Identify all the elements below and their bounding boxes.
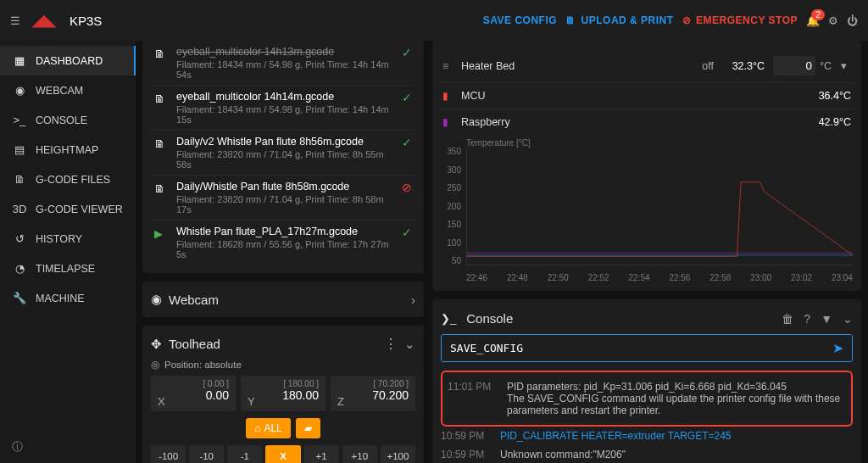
- file-icon: 🗎: [154, 92, 168, 105]
- nav-icon: ↺: [12, 232, 27, 245]
- file-icon: 🗎: [154, 182, 168, 195]
- files-panel: 🗎eyeball_multicolor 14h13m.gcodeFilament…: [142, 41, 424, 273]
- filter-icon[interactable]: ▼: [821, 312, 832, 326]
- file-status-icon: ⊘: [402, 181, 412, 194]
- move-button[interactable]: -100: [151, 445, 186, 463]
- temp-icon: ▮: [442, 90, 461, 102]
- console-icon: ❯_: [441, 312, 456, 325]
- file-row[interactable]: ▶Whistle Pan flute_PLA_17h27m.gcodeFilam…: [151, 220, 415, 265]
- temp-icon: ≡: [442, 60, 461, 72]
- nav-label: HISTORY: [36, 233, 82, 245]
- temp-row: ▮Raspberry42.9°C: [441, 109, 853, 135]
- file-meta: Filament: 23820 mm / 71.04 g, Print Time…: [176, 149, 393, 170]
- move-button[interactable]: +10: [342, 445, 377, 463]
- file-status-icon: ✓: [402, 136, 412, 149]
- file-row[interactable]: 🗎eyeball_multicolor 14h13m.gcodeFilament…: [151, 41, 415, 86]
- trash-icon[interactable]: 🗑: [782, 312, 793, 326]
- file-meta: Filament: 23820 mm / 71.04 g, Print Time…: [176, 194, 393, 215]
- temp-dropdown-icon[interactable]: ▾: [836, 59, 851, 72]
- nav-history[interactable]: ↺HISTORY: [0, 224, 136, 254]
- file-icon: ▶: [154, 227, 168, 240]
- send-button[interactable]: ➤: [824, 335, 852, 361]
- file-row[interactable]: 🗎Daily/Whistle Pan flute 8h58m.gcodeFila…: [151, 176, 415, 220]
- file-meta: Filament: 18628 mm / 55.56 g, Print Time…: [176, 239, 393, 259]
- nav-console[interactable]: >_CONSOLE: [0, 105, 136, 135]
- nav-webcam[interactable]: ◉WEBCAM: [0, 75, 136, 105]
- file-row[interactable]: 🗎Daily/v2 Whistle Pan flute 8h56m.gcodeF…: [151, 131, 415, 176]
- settings-icon[interactable]: ⚙: [828, 14, 838, 27]
- file-meta: Filament: 18434 mm / 54.98 g, Print Time…: [176, 104, 393, 125]
- webcam-title: Webcam: [169, 293, 219, 307]
- power-icon[interactable]: ⏻: [847, 14, 858, 27]
- nav-label: CONSOLE: [36, 114, 87, 126]
- nav-icon: ▤: [12, 143, 27, 156]
- nav-dashboard[interactable]: ▦DASHBOARD: [0, 46, 136, 75]
- notifications-button[interactable]: 🔔2: [806, 14, 820, 27]
- file-status-icon: ✓: [402, 226, 412, 239]
- nav-label: TIMELAPSE: [36, 263, 95, 275]
- nav-icon: 🔧: [12, 292, 27, 304]
- toolhead-icon: ✥: [151, 337, 162, 352]
- nav-g-code-files[interactable]: 🗎G-CODE FILES: [0, 165, 136, 194]
- chevron-down-icon[interactable]: ⌄: [843, 312, 853, 326]
- temp-row: ▮MCU36.4°C: [441, 83, 853, 109]
- file-icon: 🗎: [154, 47, 168, 60]
- home-all-button[interactable]: ⌂ALL: [246, 418, 291, 438]
- save-config-button[interactable]: SAVE CONFIG: [483, 14, 557, 26]
- help-icon[interactable]: ?: [804, 312, 810, 326]
- file-name: Whistle Pan flute_PLA_17h27m.gcode: [176, 226, 393, 237]
- help-icon[interactable]: ⓘ: [12, 439, 23, 455]
- log-text: PID_CALIBRATE HEATER=extruder TARGET=245: [500, 430, 853, 442]
- command-input[interactable]: [442, 335, 824, 361]
- topbar: ☰ ◢◣ KP3S SAVE CONFIG 🗎UPLOAD & PRINT ⊘E…: [0, 0, 868, 41]
- file-name: Daily/Whistle Pan flute 8h58m.gcode: [176, 181, 393, 192]
- temp-row: ≡Heater Bedoff32.3°C°C▾: [441, 49, 853, 83]
- nav-icon: >_: [12, 114, 27, 126]
- temp-icon: ▮: [442, 116, 461, 128]
- toolhead-title: Toolhead: [169, 337, 220, 351]
- webcam-icon: ◉: [151, 292, 162, 307]
- nav-label: G-CODE FILES: [36, 174, 110, 186]
- temp-target-input[interactable]: [773, 56, 815, 75]
- position-label: Position: absolute: [164, 360, 242, 370]
- upload-print-button[interactable]: 🗎UPLOAD & PRINT: [565, 14, 674, 26]
- nav-icon: ◉: [12, 84, 27, 97]
- chevron-down-icon[interactable]: ⌄: [404, 337, 415, 352]
- log-time: 10:59 PM: [441, 449, 492, 460]
- file-name: eyeball_multicolor 14h13m.gcode: [176, 46, 393, 58]
- console-title: Console: [466, 311, 513, 326]
- home-x-button[interactable]: X: [265, 445, 300, 463]
- temp-name: Raspberry: [461, 116, 758, 128]
- nav-timelapse[interactable]: ◔TIMELAPSE: [0, 254, 136, 283]
- nav-heightmap[interactable]: ▤HEIGHTMAP: [0, 135, 136, 165]
- sidebar: ▦DASHBOARD◉WEBCAM>_CONSOLE▤HEIGHTMAP🗎G-C…: [0, 41, 136, 463]
- toolhead-menu-icon[interactable]: ⋮: [384, 336, 398, 352]
- temp-name: MCU: [461, 90, 758, 102]
- log-time: 10:59 PM: [441, 430, 492, 442]
- file-meta: Filament: 18434 mm / 54.98 g, Print Time…: [176, 59, 393, 80]
- move-button[interactable]: -10: [189, 445, 224, 463]
- motors-off-button[interactable]: ▰: [296, 418, 320, 438]
- axis-x: [ 0.00 ]X0.00: [151, 376, 236, 411]
- temperature-panel: ≡Heater Bedoff32.3°C°C▾▮MCU36.4°C▮Raspbe…: [432, 41, 861, 291]
- move-button[interactable]: +1: [304, 445, 339, 463]
- temp-current: 32.3°C: [714, 60, 765, 72]
- nav-g-code-viewer[interactable]: 3DG-CODE VIEWER: [0, 194, 136, 224]
- emergency-stop-button[interactable]: ⊘EMERGENCY STOP: [682, 14, 798, 26]
- move-button[interactable]: +100: [381, 445, 415, 463]
- file-icon: 🗎: [154, 137, 168, 150]
- chevron-right-icon[interactable]: ›: [411, 293, 415, 307]
- temp-name: Heater Bed: [461, 60, 671, 72]
- printer-title: KP3S: [70, 14, 102, 28]
- move-button[interactable]: -1: [227, 445, 262, 463]
- file-status-icon: ✓: [402, 46, 412, 59]
- logo-icon: ◢◣: [32, 11, 56, 30]
- nav-machine[interactable]: 🔧MACHINE: [0, 283, 136, 313]
- menu-icon[interactable]: ☰: [10, 14, 20, 27]
- nav-label: G-CODE VIEWER: [36, 204, 123, 215]
- nav-label: HEIGHTMAP: [36, 144, 98, 156]
- nav-icon: ◔: [12, 262, 27, 275]
- file-row[interactable]: 🗎eyeball_multicolor 14h14m.gcodeFilament…: [151, 86, 415, 131]
- nav-label: MACHINE: [36, 293, 85, 304]
- log-time: 11:01 PM: [448, 381, 498, 416]
